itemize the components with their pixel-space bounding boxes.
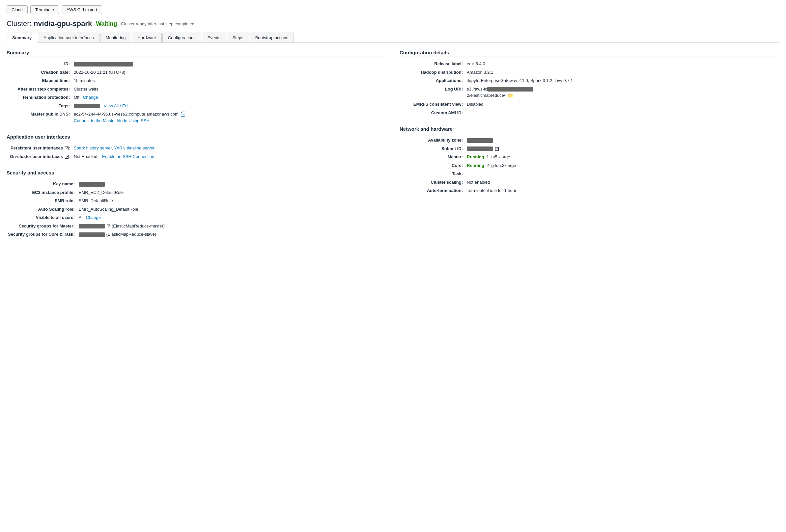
table-row: Cluster scaling: Not enabled — [399, 178, 780, 187]
log-uri-redacted — [487, 87, 533, 92]
visible-label: Visible to all users: — [6, 213, 77, 222]
table-row: EMR role: EMR_DefaultRole — [6, 196, 387, 205]
table-row: Subnet ID: — [399, 145, 780, 153]
elapsed-value: 15 minutes — [72, 76, 387, 85]
subnet-external-icon[interactable] — [495, 147, 499, 151]
table-row: Hadoop distribution: Amazon 3.2.1 — [399, 68, 780, 77]
table-row: Log URI: s3://aws-lo 2/elasticmapreduce/… — [399, 85, 780, 100]
terminate-button[interactable]: Terminate — [30, 5, 59, 14]
folder-icon: 📁 — [508, 92, 513, 99]
creation-date-label: Creation date: — [6, 68, 72, 77]
release-label-val: emr-6.4.0 — [465, 59, 780, 68]
sg-core-value: (ElasticMapReduce-slave) — [77, 230, 387, 239]
scaling-key: Cluster scaling: — [399, 178, 465, 187]
enable-ssh-link[interactable]: Enable an SSH Connection — [102, 154, 154, 159]
config-section: Configuration details Release label: emr… — [399, 50, 780, 117]
spark-history-link[interactable]: Spark history server — [74, 146, 112, 150]
cluster-status: Waiting — [96, 20, 117, 27]
termination-value: Off Change — [72, 93, 387, 102]
termination-change-link[interactable]: Change — [83, 95, 98, 100]
table-row: Visible to all users: All Change — [6, 213, 387, 222]
emr-role-value: EMR_DefaultRole — [77, 196, 387, 205]
master-status: Running — [467, 154, 484, 159]
table-row: On-cluster user interfaces : Not Enabled… — [6, 152, 387, 161]
table-row: Core: Running 2 g4dn.2xlarge — [399, 161, 780, 170]
table-row: Availability zone: — [399, 136, 780, 145]
tab-steps[interactable]: Steps — [227, 32, 249, 43]
table-row: Master: Running 1 m5.xlarge — [399, 153, 780, 161]
security-table: Key name: EC2 instance profile: EMR_EC2_… — [6, 180, 387, 239]
on-cluster-label: On-cluster user interfaces : — [6, 152, 72, 161]
ec2-profile-value: EMR_EC2_DefaultRole — [77, 188, 387, 197]
sg-master-external-icon[interactable] — [107, 224, 110, 228]
clone-button[interactable]: Clone — [6, 5, 28, 14]
master-val: Running 1 m5.xlarge — [465, 153, 780, 161]
table-row: Elapsed time: 15 minutes — [6, 76, 387, 85]
task-val: -- — [465, 170, 780, 178]
summary-title: Summary — [6, 50, 387, 57]
tab-hardware[interactable]: Hardware — [132, 32, 161, 43]
emr-role-label: EMR role: — [6, 196, 77, 205]
yarn-timeline-link[interactable]: YARN timeline server — [114, 146, 155, 150]
config-table: Release label: emr-6.4.0 Hadoop distribu… — [399, 59, 780, 117]
core-status: Running — [467, 163, 484, 168]
on-cluster-value: Not Enabled Enable an SSH Connection — [72, 152, 387, 161]
table-row: Release label: emr-6.4.0 — [399, 59, 780, 68]
dns-text: ec2-54-244-44-96.us-west-2.compute.amazo… — [74, 112, 179, 117]
release-label-key: Release label: — [399, 59, 465, 68]
table-row: Auto Scaling role: EMR_AutoScaling_Defau… — [6, 205, 387, 214]
sg-master-value: (ElasticMapReduce-master) — [77, 222, 387, 231]
subnet-key: Subnet ID: — [399, 145, 465, 153]
tab-summary[interactable]: Summary — [6, 32, 37, 43]
sg-core-label: Security groups for Core & Task: — [6, 230, 77, 239]
table-row: ID: — [6, 59, 387, 68]
tags-view-link[interactable]: View All / Edit — [104, 103, 130, 108]
tab-app-interfaces[interactable]: Application user interfaces — [38, 32, 99, 43]
hadoop-key: Hadoop distribution: — [399, 68, 465, 77]
left-column: Summary ID: Creation date: 2021-10-20 11… — [6, 50, 387, 248]
elapsed-label: Elapsed time: — [6, 76, 72, 85]
summary-section: Summary ID: Creation date: 2021-10-20 11… — [6, 50, 387, 125]
id-redacted — [74, 62, 133, 67]
az-redacted — [467, 138, 493, 143]
ssh-connect-link[interactable]: Connect to the Master Node Using SSH — [74, 118, 149, 123]
key-name-label: Key name: — [6, 180, 77, 188]
tab-configurations[interactable]: Configurations — [162, 32, 201, 43]
table-row: EC2 instance profile: EMR_EC2_DefaultRol… — [6, 188, 387, 197]
tags-value: View All / Edit — [72, 102, 387, 110]
tab-events[interactable]: Events — [202, 32, 226, 43]
tags-redacted — [74, 104, 100, 108]
security-section: Security and access Key name: EC2 instan… — [6, 170, 387, 239]
autotermination-val: Terminate if idle for 1 hour — [465, 186, 780, 195]
tab-bootstrap[interactable]: Bootstrap actions — [250, 32, 294, 43]
id-value — [72, 59, 387, 68]
sg-core-redacted — [79, 233, 105, 237]
aws-cli-button[interactable]: AWS CLI export — [62, 5, 102, 14]
security-title: Security and access — [6, 170, 387, 177]
sg-master-label: Security groups for Master: — [6, 222, 77, 231]
toolbar: Clone Terminate AWS CLI export — [6, 5, 780, 14]
hadoop-val: Amazon 3.2.1 — [465, 68, 780, 77]
termination-label: Termination protection: — [6, 93, 72, 102]
ec2-profile-label: EC2 instance profile: — [6, 188, 77, 197]
persistent-label: Persistent user interfaces : — [6, 144, 72, 152]
tab-bar: Summary Application user interfaces Moni… — [6, 32, 780, 43]
master-dns-label: Master public DNS: — [6, 110, 72, 125]
core-val: Running 2 g4dn.2xlarge — [465, 161, 780, 170]
key-name-redacted — [79, 182, 105, 187]
right-column: Configuration details Release label: emr… — [399, 50, 780, 248]
apps-val: JupyterEnterpriseGateway 2.1.0, Spark 3.… — [465, 76, 780, 85]
table-row: Applications: JupyterEnterpriseGateway 2… — [399, 76, 780, 85]
id-label: ID: — [6, 59, 72, 68]
app-interfaces-section: Application user interfaces Persistent u… — [6, 134, 387, 161]
auto-scaling-label: Auto Scaling role: — [6, 205, 77, 214]
network-table: Availability zone: Subnet ID: Master: — [399, 136, 780, 195]
table-row: Tags: View All / Edit — [6, 102, 387, 110]
after-step-label: After last step completes: — [6, 85, 72, 94]
copy-icon[interactable] — [181, 112, 185, 117]
custom-ami-val: -- — [465, 108, 780, 117]
tab-monitoring[interactable]: Monitoring — [100, 32, 132, 43]
table-row: EMRFS consistent view: Disabled — [399, 100, 780, 108]
key-name-value — [77, 180, 387, 188]
visible-change-link[interactable]: Change — [86, 215, 101, 220]
